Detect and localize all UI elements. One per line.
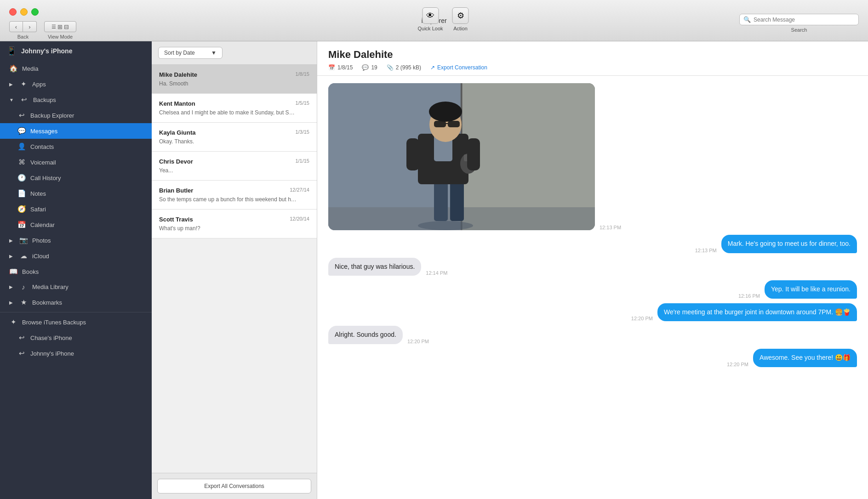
msg-time: 12:20 PM bbox=[727, 362, 748, 367]
chat-messages[interactable]: 12:13 PM 12:13 PM Mark. He's going to me… bbox=[317, 76, 868, 499]
export-conversation-button[interactable]: ↗ Export Conversation bbox=[430, 64, 487, 71]
maximize-button[interactable] bbox=[31, 8, 39, 16]
msg-time: 12:20 PM bbox=[631, 316, 653, 321]
notes-icon: 📄 bbox=[17, 189, 26, 198]
conv-name: Chris Devor bbox=[159, 158, 193, 165]
sidebar-item-safari[interactable]: 🧭 Safari bbox=[0, 201, 152, 217]
action-button[interactable]: ⚙ bbox=[452, 7, 469, 24]
msg-time: 12:13 PM bbox=[695, 248, 717, 253]
conv-date: 12/27/14 bbox=[290, 187, 309, 194]
conv-item-chris-devor[interactable]: Chris Devor 1/1/15 Yea... bbox=[152, 152, 317, 181]
chat-image-attachment bbox=[328, 83, 595, 230]
chases-iphone-icon: ↩ bbox=[17, 334, 26, 342]
chat-bubble-sent: Mark. He's going to meet us for dinner, … bbox=[721, 235, 857, 253]
sidebar-item-media[interactable]: 🏠 Media bbox=[0, 61, 152, 76]
back-button[interactable]: ‹ bbox=[9, 21, 23, 32]
export-icon: ↗ bbox=[430, 64, 435, 71]
icloud-chevron-icon: ▶ bbox=[9, 254, 13, 259]
quicklook-label: Quick Look bbox=[417, 26, 443, 31]
sidebar-item-contacts[interactable]: 👤 Contacts bbox=[0, 139, 152, 154]
conv-export-bar: Export All Conversations bbox=[152, 473, 317, 499]
photos-chevron-icon: ▶ bbox=[9, 238, 13, 243]
sidebar-item-media-library[interactable]: ▶ ♪ Media Library bbox=[0, 279, 152, 295]
close-button[interactable] bbox=[9, 8, 17, 16]
chat-area: Mike Dalehite 📅 1/8/15 💬 19 📎 2 (995 kB)… bbox=[317, 41, 868, 499]
sidebar-call-history-label: Call History bbox=[30, 175, 61, 181]
apps-icon: ✦ bbox=[19, 80, 28, 88]
conv-item-mike-dalehite[interactable]: Mike Dalehite 1/8/15 Ha. Smooth bbox=[152, 65, 317, 94]
sidebar-item-backup-explorer[interactable]: ↩ Backup Explorer bbox=[0, 108, 152, 123]
conv-preview: What's up man!? bbox=[159, 225, 297, 232]
sidebar-item-bookmarks[interactable]: ▶ ★ Bookmarks bbox=[0, 295, 152, 310]
search-input[interactable] bbox=[754, 17, 845, 23]
sidebar-divider bbox=[0, 312, 152, 312]
sidebar-item-icloud[interactable]: ▶ ☁ iCloud bbox=[0, 248, 152, 264]
sidebar-item-apps[interactable]: ▶ ✦ Apps bbox=[0, 76, 152, 92]
msg-row-sent-2: 12:16 PM Yep. It will be like a reunion. bbox=[328, 280, 857, 299]
svg-point-11 bbox=[429, 102, 462, 122]
viewmode-button[interactable]: ☰ ⊞ ⊟ bbox=[44, 21, 76, 32]
device-header[interactable]: 📱 Johnny's iPhone bbox=[0, 41, 152, 61]
media-library-chevron-icon: ▶ bbox=[9, 284, 13, 289]
conv-item-kent-manton[interactable]: Kent Manton 1/5/15 Chelsea and I might b… bbox=[152, 94, 317, 123]
conv-item-kayla-giunta[interactable]: Kayla Giunta 1/3/15 Okay. Thanks. bbox=[152, 123, 317, 152]
msg-text: Nice, that guy was hilarious. bbox=[335, 263, 415, 270]
sidebar-item-calendar[interactable]: 📅 Calendar bbox=[0, 217, 152, 232]
sidebar-item-browse-itunes[interactable]: ✦ Browse iTunes Backups bbox=[0, 314, 152, 330]
back-label: Back bbox=[17, 34, 29, 40]
chat-header: Mike Dalehite 📅 1/8/15 💬 19 📎 2 (995 kB)… bbox=[317, 41, 868, 76]
sidebar-icloud-label: iCloud bbox=[32, 253, 49, 260]
sidebar-voicemail-label: Voicemail bbox=[30, 159, 56, 166]
sidebar-backups-label: Backups bbox=[33, 96, 56, 103]
backups-icon: ↩ bbox=[20, 96, 29, 104]
sidebar-item-notes[interactable]: 📄 Notes bbox=[0, 186, 152, 201]
minimize-button[interactable] bbox=[20, 8, 28, 16]
sidebar-contacts-label: Contacts bbox=[30, 143, 54, 150]
sidebar-safari-label: Safari bbox=[30, 206, 46, 213]
device-name: Johnny's iPhone bbox=[21, 47, 72, 55]
sidebar-photos-label: Photos bbox=[32, 237, 51, 244]
sidebar-item-photos[interactable]: ▶ 📷 Photos bbox=[0, 232, 152, 248]
chat-meta-date: 📅 1/8/15 bbox=[328, 64, 353, 71]
conv-name: Kayla Giunta bbox=[159, 129, 195, 136]
sidebar-item-messages[interactable]: 💬 Messages bbox=[0, 123, 152, 139]
grid-icon: ⊞ bbox=[57, 23, 63, 30]
messages-icon: 💬 bbox=[17, 127, 26, 135]
forward-button[interactable]: › bbox=[23, 21, 37, 32]
sidebar-item-backups[interactable]: ▼ ↩ Backups bbox=[0, 92, 152, 108]
conv-item-scott-travis[interactable]: Scott Travis 12/20/14 What's up man!? bbox=[152, 210, 317, 238]
sidebar-johnnys-iphone-label: Johnny's iPhone bbox=[30, 350, 74, 357]
eye-icon: 👁 bbox=[426, 11, 434, 21]
sidebar-media-label: Media bbox=[22, 65, 38, 72]
msg-row-sent-4: 12:20 PM Awesome. See you there! 😃🎁 bbox=[328, 349, 857, 367]
sidebar-item-johnnys-iphone[interactable]: ↩ Johnny's iPhone bbox=[0, 346, 152, 361]
sidebar-item-call-history[interactable]: 🕐 Call History bbox=[0, 170, 152, 186]
chat-bubble-received: Nice, that guy was hilarious. bbox=[328, 258, 421, 276]
sidebar-chases-iphone-label: Chase's iPhone bbox=[30, 335, 72, 341]
svg-rect-17 bbox=[406, 138, 419, 170]
chat-attachments: 2 (995 kB) bbox=[396, 64, 421, 71]
sidebar-item-voicemail[interactable]: ⌘ Voicemail bbox=[0, 154, 152, 170]
home-icon: 🏠 bbox=[9, 64, 17, 73]
sidebar-item-chases-iphone[interactable]: ↩ Chase's iPhone bbox=[0, 330, 152, 346]
books-icon: 📖 bbox=[9, 267, 17, 276]
conv-preview: Chelsea and I might be able to make it S… bbox=[159, 109, 297, 116]
voicemail-icon: ⌘ bbox=[17, 158, 26, 166]
sidebar-item-books[interactable]: 📖 Books bbox=[0, 264, 152, 279]
msg-text: Yep. It will be like a reunion. bbox=[771, 285, 851, 293]
media-library-icon: ♪ bbox=[19, 283, 28, 291]
conv-date: 1/3/15 bbox=[295, 129, 309, 136]
export-all-conversations-button[interactable]: Export All Conversations bbox=[157, 479, 311, 493]
sort-dropdown[interactable]: Sort by Date ▼ bbox=[158, 47, 223, 59]
conv-item-brian-butler[interactable]: Brian Butler 12/27/14 So the temps came … bbox=[152, 181, 317, 210]
msg-time: 12:13 PM bbox=[600, 225, 621, 230]
conv-date: 12/20/14 bbox=[290, 216, 309, 223]
sidebar-calendar-label: Calendar bbox=[30, 221, 55, 228]
msg-text: Mark. He's going to meet us for dinner, … bbox=[728, 240, 851, 247]
conv-items: Mike Dalehite 1/8/15 Ha. Smooth Kent Man… bbox=[152, 65, 317, 473]
quicklook-button[interactable]: 👁 bbox=[422, 7, 439, 24]
conv-preview: Yea... bbox=[159, 167, 297, 174]
sort-label: Sort by Date bbox=[164, 50, 195, 56]
calendar-meta-icon: 📅 bbox=[328, 64, 335, 71]
msg-row-image: 12:13 PM bbox=[328, 83, 857, 230]
